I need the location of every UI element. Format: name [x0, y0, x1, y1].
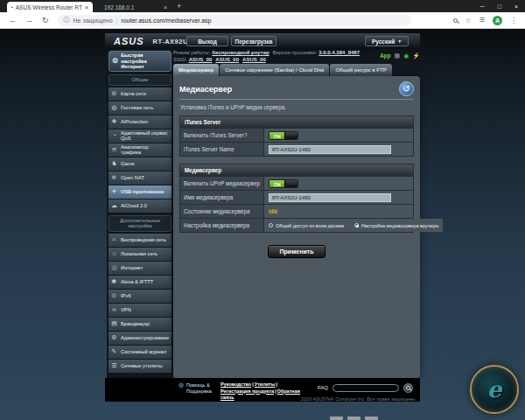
sidebar-item-label: Гостевая сеть	[121, 105, 153, 111]
sidebar-item-network-map[interactable]: ⊚Карта сети	[108, 88, 172, 102]
app-link[interactable]: App	[380, 52, 391, 60]
sidebar-item-label: Локальная сеть	[121, 251, 158, 257]
maximize-button[interactable]: □	[498, 4, 501, 10]
sidebar-item-open-nat[interactable]: ⊕Open NAT	[108, 172, 172, 186]
sidebar-item-label: Системный журнал	[121, 349, 166, 355]
mode-link[interactable]: беспроводной роутер	[212, 50, 270, 55]
sidebar-item-game[interactable]: ♞Game	[108, 158, 172, 172]
table-row: iTunes Server Name	[180, 142, 413, 156]
router-info-bar: Режим работы:беспроводной роутер Версия …	[173, 49, 420, 63]
sidebar-item-traffic-analyzer[interactable]: ≋Анализатор трафика	[108, 144, 172, 158]
product-registration-link[interactable]: Регистрация продукта	[220, 388, 274, 394]
extensions-panel-icon[interactable]: ☰	[480, 17, 485, 24]
tab-ftp-share[interactable]: Общий ресурс в FTP	[330, 64, 391, 76]
toolbar-right: ☆ ☰ A ⋮	[453, 16, 525, 25]
minimize-button[interactable]: ─	[480, 4, 485, 10]
browser-tab-asus[interactable]: ▪ ASUS Wireless Router RT-AX92U ×	[7, 2, 93, 12]
toggle-knob	[284, 132, 298, 139]
reboot-button[interactable]: Перезагрузка	[231, 36, 276, 46]
apply-button[interactable]: Применить	[268, 245, 326, 258]
toggle-on-label: ON	[270, 132, 284, 139]
sidebar-item-label: AiCloud 2.0	[121, 203, 147, 209]
radio-share-all-disks[interactable]	[269, 223, 273, 228]
language-select[interactable]: Русский ▼	[365, 36, 409, 46]
usb-icon[interactable]: ⚡	[412, 52, 420, 60]
help-support-link[interactable]: ◍ Помощь & Поддержка	[178, 382, 219, 394]
sidebar-item-wan[interactable]: ◎Интернет	[108, 262, 172, 276]
table-row: Включить UPnP медиасервер ON	[180, 176, 413, 190]
back-circle-icon[interactable]: ↺	[399, 81, 414, 96]
itunes-enable-label: Включить iTunes Server?	[180, 129, 264, 142]
tab-media-server[interactable]: Медиасервер	[173, 64, 219, 76]
media-config-radios: Общий доступ ко всем дискам Настройка ме…	[269, 223, 438, 228]
sidebar-item-lan[interactable]: ⌂Локальная сеть	[108, 248, 172, 262]
faq-search-input[interactable]	[332, 384, 399, 392]
sidebar-item-system-log[interactable]: ✎Системный журнал	[108, 346, 172, 360]
faq-search-button[interactable]	[403, 383, 413, 393]
sidebar-item-firewall[interactable]: ▤Брандмауэр	[108, 318, 172, 332]
sidebar-item-wireless[interactable]: ≈Беспроводная сеть	[108, 234, 172, 248]
printer-icon[interactable]: ▦	[395, 52, 401, 60]
router-header: ASUS RT-AX92U Выход Перезагрузка Русский…	[105, 33, 420, 49]
open-nat-icon: ⊕	[110, 175, 118, 181]
page-title-bar: Медиасервер ↺	[179, 81, 414, 100]
itunes-server-name-input[interactable]	[269, 145, 391, 154]
manual-link[interactable]: Руководство	[220, 382, 251, 387]
wifi-icon: ≈	[110, 237, 118, 243]
tab-title: ASUS Wireless Router RT-AX92U	[16, 4, 82, 10]
sidebar-item-guest-network[interactable]: ◍Гостевая сеть	[108, 102, 172, 116]
sidebar-section-general: Общие	[108, 74, 172, 86]
internet-icon: ◎	[110, 265, 118, 271]
upnp-enable-toggle[interactable]: ON	[269, 179, 298, 188]
logout-button[interactable]: Выход	[186, 36, 228, 46]
ssid-link-2[interactable]: ASUS_00	[215, 57, 239, 62]
router-favicon-icon: ▪	[11, 5, 13, 10]
new-tab-button[interactable]: +	[177, 1, 181, 12]
sidebar-item-alexa-ifttt[interactable]: ✱Alexa & IFTTT	[108, 276, 172, 290]
content-tabs: Медиасервер Сетевое окружение (Samba) / …	[173, 63, 420, 76]
quick-setup-button[interactable]: ⚙ Быстрая настройка Интернет	[108, 51, 172, 72]
log-pencil-icon: ✎	[110, 349, 118, 355]
sidebar-item-aiprotection[interactable]: ❖AiProtection	[108, 116, 172, 130]
taskbar-peek-item	[330, 416, 343, 420]
table-row: Состояние медиасервера Idle	[180, 204, 413, 218]
radio-manual-setup[interactable]	[354, 223, 359, 228]
ssid-link-1[interactable]: ASUS_00	[189, 57, 213, 62]
sidebar-item-qos[interactable]: ◔Адаптивный сервис QoS	[108, 130, 172, 144]
network-map-icon: ⊚	[110, 91, 118, 97]
media-server-name-input[interactable]	[269, 193, 391, 202]
asus-logo: ASUS	[114, 36, 144, 46]
browser-tab-ip[interactable]: ◌ 192.168.0.1 ×	[94, 2, 172, 12]
url-bar[interactable]: ⓘ Не защищено | router.asus.com/mediaser…	[58, 15, 411, 26]
bookmark-star-icon[interactable]: ☆	[466, 17, 472, 24]
profile-avatar[interactable]: A	[493, 16, 502, 25]
wps-icon[interactable]: ◉	[403, 52, 409, 60]
sidebar-item-network-tools[interactable]: ☰Сетевые утилиты	[108, 360, 172, 374]
site-info-icon[interactable]: ⓘ	[64, 16, 70, 24]
firmware-link[interactable]: 3.0.0.4.384_8487	[318, 50, 360, 55]
browser-tab-strip: ▪ ASUS Wireless Router RT-AX92U × ◌ 192.…	[0, 0, 525, 12]
window-close-button[interactable]: ×	[514, 4, 518, 10]
sidebar-item-vpn[interactable]: ∞VPN	[108, 304, 172, 318]
link-separator: |	[276, 382, 278, 387]
tab-close-icon[interactable]: ×	[164, 4, 167, 10]
browser-menu-icon[interactable]: ⋮	[510, 17, 517, 24]
language-label: Русский	[372, 38, 395, 45]
sidebar-item-usb-application[interactable]: ✦USB-приложение	[108, 186, 172, 200]
utilities-link[interactable]: Утилиты	[255, 382, 276, 387]
reload-icon[interactable]: ↻	[42, 16, 49, 24]
back-icon[interactable]: ←	[9, 16, 17, 24]
zoom-icon[interactable]	[453, 18, 458, 23]
toggle-knob	[284, 180, 298, 187]
tab-samba-cloud-disk[interactable]: Сетевое окружение (Samba) / Cloud Disk	[220, 64, 329, 76]
sidebar-item-administration[interactable]: ⚙Администрирование	[108, 332, 172, 346]
firmware-label: Версия прошивки:	[272, 50, 317, 55]
sidebar-item-ipv6[interactable]: ⊙IPv6	[108, 290, 172, 304]
tab-close-icon[interactable]: ×	[85, 4, 88, 10]
sidebar-item-label: USB-приложение	[121, 189, 164, 195]
ssid-link-3[interactable]: ASUS_00	[242, 57, 266, 62]
sidebar-item-aicloud[interactable]: ☁AiCloud 2.0	[108, 200, 172, 214]
qos-gauge-icon: ◔	[110, 133, 118, 139]
forward-icon[interactable]: →	[25, 16, 33, 24]
itunes-enable-toggle[interactable]: ON	[269, 131, 298, 140]
